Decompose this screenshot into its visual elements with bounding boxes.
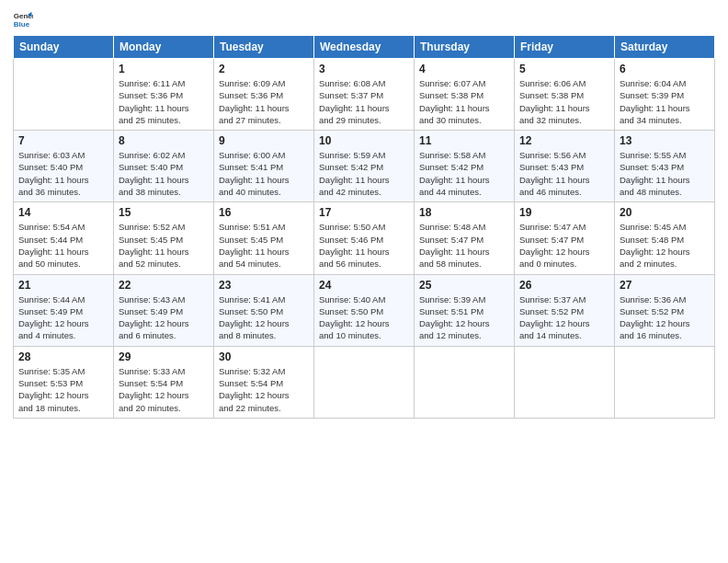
day-info: Sunrise: 6:06 AM Sunset: 5:38 PM Dayligh… [519,77,609,126]
calendar-day-cell: 7Sunrise: 6:03 AM Sunset: 5:40 PM Daylig… [14,131,114,202]
day-number: 8 [119,134,209,147]
calendar-day-cell: 28Sunrise: 5:35 AM Sunset: 5:53 PM Dayli… [14,346,114,418]
day-number: 1 [119,63,209,75]
calendar-day-cell: 13Sunrise: 5:55 AM Sunset: 5:43 PM Dayli… [615,131,715,202]
day-number: 26 [519,279,609,292]
day-number: 12 [519,134,609,147]
weekday-header-cell: Saturday [615,36,715,59]
day-info: Sunrise: 5:40 AM Sunset: 5:50 PM Dayligh… [319,293,409,342]
calendar-week-row: 28Sunrise: 5:35 AM Sunset: 5:53 PM Dayli… [14,346,715,418]
day-number: 18 [419,206,509,219]
weekday-header-cell: Wednesday [314,36,415,59]
day-number: 2 [219,63,309,75]
calendar-day-cell: 30Sunrise: 5:32 AM Sunset: 5:54 PM Dayli… [214,346,314,418]
calendar-day-cell: 23Sunrise: 5:41 AM Sunset: 5:50 PM Dayli… [214,274,314,346]
day-info: Sunrise: 5:37 AM Sunset: 5:52 PM Dayligh… [519,293,609,342]
day-number: 3 [319,63,409,75]
day-number: 11 [419,134,509,147]
day-number: 9 [219,134,309,147]
weekday-header-cell: Monday [114,36,214,59]
calendar-day-cell: 10Sunrise: 5:59 AM Sunset: 5:42 PM Dayli… [314,131,415,202]
calendar-day-cell: 12Sunrise: 5:56 AM Sunset: 5:43 PM Dayli… [515,131,615,202]
calendar-day-cell: 9Sunrise: 6:00 AM Sunset: 5:41 PM Daylig… [214,131,314,202]
day-info: Sunrise: 5:36 AM Sunset: 5:52 PM Dayligh… [620,293,710,342]
day-info: Sunrise: 5:50 AM Sunset: 5:46 PM Dayligh… [319,221,409,270]
day-info: Sunrise: 5:33 AM Sunset: 5:54 PM Dayligh… [119,365,209,414]
day-info: Sunrise: 5:59 AM Sunset: 5:42 PM Dayligh… [319,149,409,198]
day-info: Sunrise: 5:41 AM Sunset: 5:50 PM Dayligh… [219,293,309,342]
day-info: Sunrise: 5:44 AM Sunset: 5:49 PM Dayligh… [18,293,108,342]
day-info: Sunrise: 5:47 AM Sunset: 5:47 PM Dayligh… [519,221,609,270]
day-number: 16 [219,206,309,219]
calendar-day-cell: 5Sunrise: 6:06 AM Sunset: 5:38 PM Daylig… [515,59,615,131]
calendar-day-cell: 24Sunrise: 5:40 AM Sunset: 5:50 PM Dayli… [314,274,415,346]
calendar-day-cell [515,346,615,418]
main-container: General Blue SundayMondayTuesdayWednesda… [0,0,728,426]
day-number: 19 [519,206,609,219]
day-info: Sunrise: 5:58 AM Sunset: 5:42 PM Dayligh… [419,149,509,198]
day-info: Sunrise: 6:11 AM Sunset: 5:36 PM Dayligh… [119,77,209,126]
day-number: 29 [119,350,209,363]
day-info: Sunrise: 6:04 AM Sunset: 5:39 PM Dayligh… [620,77,710,126]
calendar-day-cell: 29Sunrise: 5:33 AM Sunset: 5:54 PM Dayli… [114,346,214,418]
day-number: 23 [219,279,309,292]
calendar-day-cell [415,346,515,418]
day-info: Sunrise: 6:07 AM Sunset: 5:38 PM Dayligh… [419,77,509,126]
day-number: 17 [319,206,409,219]
calendar-day-cell: 26Sunrise: 5:37 AM Sunset: 5:52 PM Dayli… [515,274,615,346]
calendar-day-cell: 27Sunrise: 5:36 AM Sunset: 5:52 PM Dayli… [615,274,715,346]
calendar-day-cell [14,59,114,131]
calendar-day-cell [615,346,715,418]
day-number: 14 [18,206,108,219]
day-info: Sunrise: 6:00 AM Sunset: 5:41 PM Dayligh… [219,149,309,198]
calendar-day-cell: 17Sunrise: 5:50 AM Sunset: 5:46 PM Dayli… [314,202,415,274]
day-info: Sunrise: 5:45 AM Sunset: 5:48 PM Dayligh… [620,221,710,270]
calendar-day-cell: 25Sunrise: 5:39 AM Sunset: 5:51 PM Dayli… [415,274,515,346]
calendar-day-cell: 18Sunrise: 5:48 AM Sunset: 5:47 PM Dayli… [415,202,515,274]
day-number: 28 [18,350,108,363]
day-info: Sunrise: 5:52 AM Sunset: 5:45 PM Dayligh… [119,221,209,270]
day-number: 13 [620,134,710,147]
day-info: Sunrise: 5:35 AM Sunset: 5:53 PM Dayligh… [18,365,108,414]
weekday-header-cell: Sunday [14,36,114,59]
weekday-header-cell: Tuesday [214,36,314,59]
day-number: 27 [620,279,710,292]
calendar-day-cell: 21Sunrise: 5:44 AM Sunset: 5:49 PM Dayli… [14,274,114,346]
calendar-day-cell: 2Sunrise: 6:09 AM Sunset: 5:36 PM Daylig… [214,59,314,131]
calendar-day-cell: 22Sunrise: 5:43 AM Sunset: 5:49 PM Dayli… [114,274,214,346]
day-info: Sunrise: 5:54 AM Sunset: 5:44 PM Dayligh… [18,221,108,270]
weekday-header-row: SundayMondayTuesdayWednesdayThursdayFrid… [14,36,715,59]
day-number: 7 [18,134,108,147]
calendar-week-row: 1Sunrise: 6:11 AM Sunset: 5:36 PM Daylig… [14,59,715,131]
calendar-week-row: 14Sunrise: 5:54 AM Sunset: 5:44 PM Dayli… [14,202,715,274]
calendar-day-cell: 20Sunrise: 5:45 AM Sunset: 5:48 PM Dayli… [615,202,715,274]
calendar-day-cell: 6Sunrise: 6:04 AM Sunset: 5:39 PM Daylig… [615,59,715,131]
calendar-body: 1Sunrise: 6:11 AM Sunset: 5:36 PM Daylig… [14,59,715,419]
day-number: 20 [620,206,710,219]
day-info: Sunrise: 5:48 AM Sunset: 5:47 PM Dayligh… [419,221,509,270]
day-number: 25 [419,279,509,292]
calendar-day-cell: 3Sunrise: 6:08 AM Sunset: 5:37 PM Daylig… [314,59,415,131]
calendar-day-cell: 1Sunrise: 6:11 AM Sunset: 5:36 PM Daylig… [114,59,214,131]
header: General Blue [13,9,715,29]
day-number: 24 [319,279,409,292]
day-number: 4 [419,63,509,75]
calendar-day-cell: 16Sunrise: 5:51 AM Sunset: 5:45 PM Dayli… [214,202,314,274]
calendar-day-cell: 8Sunrise: 6:02 AM Sunset: 5:40 PM Daylig… [114,131,214,202]
day-info: Sunrise: 5:51 AM Sunset: 5:45 PM Dayligh… [219,221,309,270]
day-number: 21 [18,279,108,292]
logo: General Blue [13,9,33,29]
weekday-header-cell: Thursday [415,36,515,59]
calendar-day-cell: 11Sunrise: 5:58 AM Sunset: 5:42 PM Dayli… [415,131,515,202]
day-info: Sunrise: 5:55 AM Sunset: 5:43 PM Dayligh… [620,149,710,198]
day-info: Sunrise: 5:56 AM Sunset: 5:43 PM Dayligh… [519,149,609,198]
calendar-table: SundayMondayTuesdayWednesdayThursdayFrid… [13,35,715,419]
calendar-day-cell: 14Sunrise: 5:54 AM Sunset: 5:44 PM Dayli… [14,202,114,274]
day-number: 22 [119,279,209,292]
day-info: Sunrise: 6:03 AM Sunset: 5:40 PM Dayligh… [18,149,108,198]
calendar-week-row: 21Sunrise: 5:44 AM Sunset: 5:49 PM Dayli… [14,274,715,346]
day-info: Sunrise: 5:39 AM Sunset: 5:51 PM Dayligh… [419,293,509,342]
day-number: 15 [119,206,209,219]
day-info: Sunrise: 5:43 AM Sunset: 5:49 PM Dayligh… [119,293,209,342]
day-info: Sunrise: 6:08 AM Sunset: 5:37 PM Dayligh… [319,77,409,126]
